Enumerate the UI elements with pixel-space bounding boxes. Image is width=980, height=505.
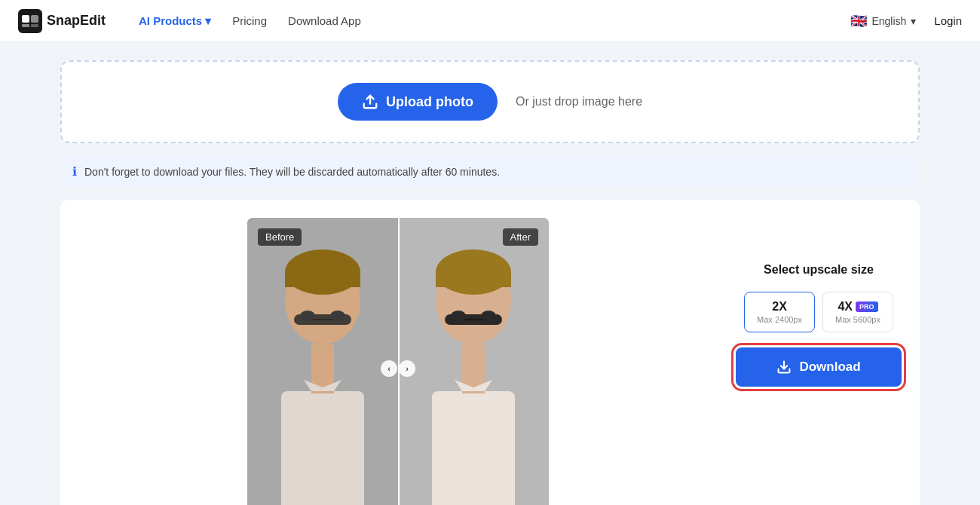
info-bar: ℹ Don't forget to download your files. T… bbox=[60, 155, 920, 188]
login-button[interactable]: Login bbox=[934, 14, 962, 27]
svg-point-27 bbox=[481, 311, 496, 321]
chevron-down-icon: ▾ bbox=[911, 15, 916, 27]
svg-point-15 bbox=[300, 311, 315, 321]
nav-download-app[interactable]: Download App bbox=[279, 10, 370, 32]
download-button[interactable]: Download bbox=[736, 347, 902, 387]
before-label: Before bbox=[258, 228, 302, 246]
arrow-left-icon: ‹ bbox=[381, 360, 397, 377]
download-icon bbox=[776, 360, 792, 375]
before-image bbox=[247, 218, 398, 505]
main-content: Upload photo Or just drop image here ℹ D… bbox=[0, 60, 980, 505]
svg-rect-12 bbox=[281, 391, 364, 505]
upscale-4x-maxpx: Max 5600px bbox=[835, 315, 880, 324]
upload-icon bbox=[362, 93, 378, 110]
upscale-option-4x[interactable]: 4X PRO Max 5600px bbox=[822, 292, 893, 332]
after-half bbox=[398, 218, 549, 505]
upload-photo-button[interactable]: Upload photo bbox=[338, 83, 498, 121]
logo[interactable]: SnapEdit bbox=[18, 9, 106, 33]
info-icon: ℹ bbox=[72, 164, 77, 179]
upscale-4x-multiplier: 4X PRO bbox=[835, 300, 880, 314]
svg-rect-9 bbox=[285, 272, 360, 287]
svg-rect-23 bbox=[432, 391, 515, 505]
svg-point-16 bbox=[330, 311, 345, 321]
navbar-right: 🇬🇧 English ▾ Login bbox=[844, 10, 962, 32]
image-compare[interactable]: ‹ › Before After bbox=[247, 218, 549, 505]
after-label: After bbox=[503, 228, 538, 246]
comparison-section: ‹ › Before After Continue edit › Select … bbox=[60, 200, 920, 505]
upscale-2x-maxpx: Max 2400px bbox=[757, 315, 802, 324]
navbar: SnapEdit AI Products ▾ Pricing Download … bbox=[0, 0, 980, 42]
pro-badge: PRO bbox=[856, 301, 878, 312]
nav-pricing[interactable]: Pricing bbox=[223, 10, 276, 32]
language-selector[interactable]: 🇬🇧 English ▾ bbox=[844, 10, 922, 32]
svg-point-26 bbox=[451, 311, 466, 321]
image-compare-wrap: ‹ › Before After Continue edit › bbox=[78, 218, 718, 505]
arrow-right-icon: › bbox=[399, 360, 415, 377]
svg-rect-2 bbox=[31, 15, 38, 23]
nav-ai-products[interactable]: AI Products ▾ bbox=[130, 10, 220, 32]
after-image bbox=[398, 218, 549, 505]
flag-icon: 🇬🇧 bbox=[850, 13, 867, 29]
chevron-down-icon: ▾ bbox=[205, 14, 211, 28]
svg-rect-1 bbox=[22, 15, 29, 23]
upload-area[interactable]: Upload photo Or just drop image here bbox=[60, 60, 920, 143]
upscale-2x-multiplier: 2X bbox=[757, 300, 802, 314]
select-upscale-label: Select upscale size bbox=[736, 263, 902, 277]
upscale-options: 2X Max 2400px 4X PRO Max 5600px bbox=[736, 292, 902, 332]
before-half bbox=[247, 218, 398, 505]
svg-rect-0 bbox=[18, 9, 42, 33]
sidebar: Select upscale size 2X Max 2400px 4X PRO… bbox=[736, 218, 902, 505]
brand-name: SnapEdit bbox=[47, 13, 106, 29]
compare-handle[interactable]: ‹ › bbox=[381, 360, 415, 377]
svg-rect-20 bbox=[436, 272, 511, 287]
logo-icon bbox=[18, 9, 42, 33]
nav-links: AI Products ▾ Pricing Download App bbox=[130, 10, 844, 32]
svg-rect-4 bbox=[31, 24, 38, 27]
drop-text: Or just drop image here bbox=[516, 95, 642, 109]
svg-rect-3 bbox=[22, 24, 29, 27]
upscale-option-2x[interactable]: 2X Max 2400px bbox=[744, 292, 815, 332]
